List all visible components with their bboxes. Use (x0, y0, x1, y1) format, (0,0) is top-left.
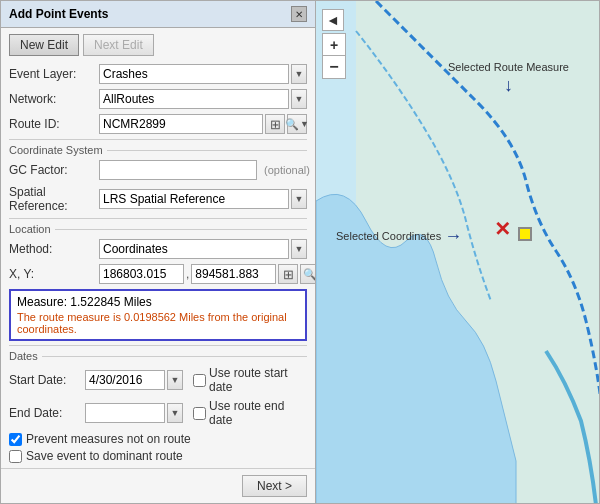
route-id-tool-button[interactable]: ⊞ (265, 114, 285, 134)
gc-factor-optional: (optional) (264, 164, 310, 176)
network-control: ▼ (99, 89, 307, 109)
end-date-label: End Date: (9, 406, 81, 420)
x-input[interactable] (99, 264, 184, 284)
end-date-row: End Date: ▼ Use route end date (9, 399, 307, 427)
use-route-end-checkbox[interactable] (193, 407, 206, 420)
route-id-zoom-button[interactable]: 🔍▼ (287, 114, 307, 134)
y-input[interactable] (191, 264, 276, 284)
network-input[interactable] (99, 89, 289, 109)
network-dropdown[interactable]: ▼ (291, 89, 307, 109)
method-control: ▼ (99, 239, 307, 259)
edit-buttons-row: New Edit Next Edit (9, 34, 307, 56)
x-marker: ✕ (494, 219, 511, 239)
bottom-bar: Next > (1, 468, 315, 503)
selected-coords-label: Selected Coordinates (336, 230, 441, 242)
selected-coords-row: Selected Coordinates → (336, 227, 462, 245)
start-date-label: Start Date: (9, 373, 81, 387)
end-date-dropdown[interactable]: ▼ (167, 403, 183, 423)
xy-row: X, Y: , ⊞ 🔍 (9, 264, 307, 284)
spatial-ref-dropdown[interactable]: ▼ (291, 189, 307, 209)
xy-separator: , (186, 267, 189, 281)
route-id-input[interactable] (99, 114, 263, 134)
next-edit-button[interactable]: Next Edit (83, 34, 154, 56)
map-panel: ◄ + − Selected Route Measure ↓ ✕ Selecte… (316, 1, 599, 503)
save-dominant-label: Save event to dominant route (26, 449, 183, 463)
xy-tool-button[interactable]: ⊞ (278, 264, 298, 284)
use-route-start-checkbox[interactable] (193, 374, 206, 387)
prevent-measures-row: Prevent measures not on route (9, 432, 307, 446)
close-button[interactable]: ✕ (291, 6, 307, 22)
coords-arrow-right: → (444, 227, 462, 245)
event-layer-row: Event Layer: ▼ (9, 64, 307, 84)
spatial-ref-row: Spatial Reference: ▼ (9, 185, 307, 213)
coord-system-section: Coordinate System (9, 139, 307, 156)
start-date-input[interactable] (85, 370, 165, 390)
location-section: Location (9, 218, 307, 235)
panel-content: New Edit Next Edit Event Layer: ▼ Networ… (1, 28, 315, 468)
event-layer-dropdown[interactable]: ▼ (291, 64, 307, 84)
save-dominant-checkbox[interactable] (9, 450, 22, 463)
use-route-start-label: Use route start date (209, 366, 307, 394)
gc-factor-label: GC Factor: (9, 163, 99, 177)
zoom-in-button[interactable]: + (323, 34, 345, 56)
network-label: Network: (9, 92, 99, 106)
save-dominant-row: Save event to dominant route (9, 449, 307, 463)
new-edit-button[interactable]: New Edit (9, 34, 79, 56)
prevent-measures-label: Prevent measures not on route (26, 432, 191, 446)
zoom-out-button[interactable]: − (323, 56, 345, 78)
spatial-ref-label: Spatial Reference: (9, 185, 99, 213)
xy-label: X, Y: (9, 267, 99, 281)
method-row: Method: ▼ (9, 239, 307, 259)
route-id-row: Route ID: ⊞ 🔍▼ (9, 114, 307, 134)
method-input[interactable] (99, 239, 289, 259)
next-button[interactable]: Next > (242, 475, 307, 497)
gc-factor-input[interactable] (99, 160, 257, 180)
measure-box: Measure: 1.522845 Miles The route measur… (9, 289, 307, 341)
start-date-row: Start Date: ▼ Use route start date (9, 366, 307, 394)
method-label: Method: (9, 242, 99, 256)
xy-zoom-button[interactable]: 🔍 (300, 264, 315, 284)
route-id-label: Route ID: (9, 117, 99, 131)
route-arrow-down: ↓ (448, 75, 569, 96)
end-date-input[interactable] (85, 403, 165, 423)
start-date-wrap: ▼ (85, 370, 183, 390)
square-marker (518, 227, 532, 241)
add-point-events-panel: Add Point Events ✕ New Edit Next Edit Ev… (1, 1, 316, 503)
spatial-ref-control: ▼ (99, 189, 307, 209)
spatial-ref-input[interactable] (99, 189, 289, 209)
panel-title-bar: Add Point Events ✕ (1, 1, 315, 28)
gc-factor-row: GC Factor: (optional) (9, 160, 307, 180)
selected-route-label: Selected Route Measure ↓ (448, 61, 569, 96)
method-dropdown[interactable]: ▼ (291, 239, 307, 259)
use-route-end-label: Use route end date (209, 399, 307, 427)
measure-value: Measure: 1.522845 Miles (17, 295, 299, 309)
measure-note: The route measure is 0.0198562 Miles fro… (17, 311, 299, 335)
end-date-wrap: ▼ (85, 403, 183, 423)
event-layer-control: ▼ (99, 64, 307, 84)
event-layer-input[interactable] (99, 64, 289, 84)
event-layer-label: Event Layer: (9, 67, 99, 81)
prevent-measures-checkbox[interactable] (9, 433, 22, 446)
zoom-button-group: + − (322, 33, 346, 79)
start-date-dropdown[interactable]: ▼ (167, 370, 183, 390)
map-toolbar: ◄ + − (322, 9, 346, 79)
nav-left-button[interactable]: ◄ (322, 9, 344, 31)
dates-section: Dates (9, 345, 307, 362)
panel-title: Add Point Events (9, 7, 108, 21)
network-row: Network: ▼ (9, 89, 307, 109)
